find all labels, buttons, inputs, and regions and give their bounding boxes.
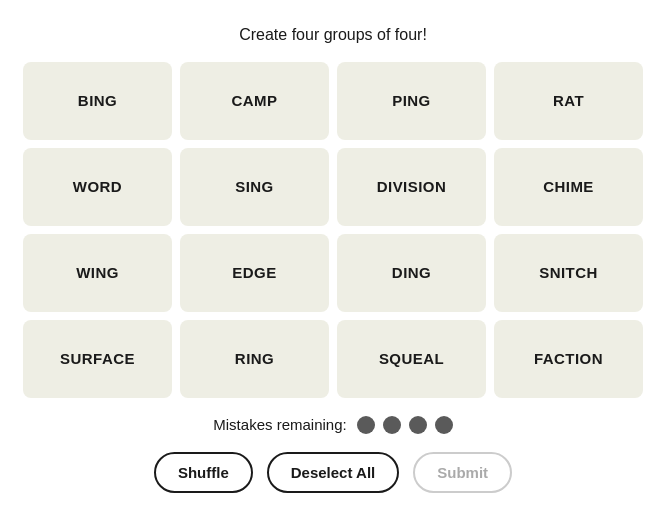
grid-cell-rat[interactable]: RAT: [494, 62, 643, 140]
grid-cell-ping[interactable]: PING: [337, 62, 486, 140]
mistake-dot-2: [383, 416, 401, 434]
grid-cell-sing[interactable]: SING: [180, 148, 329, 226]
grid-cell-faction[interactable]: FACTION: [494, 320, 643, 398]
grid-cell-label-bing: BING: [78, 92, 117, 109]
grid-cell-label-word: WORD: [73, 178, 122, 195]
grid-cell-label-snitch: SNITCH: [539, 264, 598, 281]
grid-cell-camp[interactable]: CAMP: [180, 62, 329, 140]
dots-row: [357, 416, 453, 434]
grid-cell-label-edge: EDGE: [232, 264, 276, 281]
mistake-dot-1: [357, 416, 375, 434]
grid-cell-division[interactable]: DIVISION: [337, 148, 486, 226]
grid-cell-label-rat: RAT: [553, 92, 584, 109]
grid-cell-snitch[interactable]: SNITCH: [494, 234, 643, 312]
grid-cell-surface[interactable]: SURFACE: [23, 320, 172, 398]
grid-cell-label-division: DIVISION: [377, 178, 446, 195]
grid-cell-word[interactable]: WORD: [23, 148, 172, 226]
grid-cell-label-camp: CAMP: [232, 92, 278, 109]
grid-cell-label-wing: WING: [76, 264, 119, 281]
grid-cell-wing[interactable]: WING: [23, 234, 172, 312]
grid-cell-label-ding: DING: [392, 264, 431, 281]
mistake-dot-4: [435, 416, 453, 434]
grid-cell-label-chime: CHIME: [543, 178, 594, 195]
grid-cell-label-squeal: SQUEAL: [379, 350, 444, 367]
shuffle-button[interactable]: Shuffle: [154, 452, 253, 493]
submit-button[interactable]: Submit: [413, 452, 512, 493]
deselect-all-button[interactable]: Deselect All: [267, 452, 400, 493]
grid-cell-label-sing: SING: [235, 178, 273, 195]
instruction-text: Create four groups of four!: [239, 26, 427, 44]
grid-cell-edge[interactable]: EDGE: [180, 234, 329, 312]
mistakes-row: Mistakes remaining:: [213, 416, 452, 434]
grid-cell-ring[interactable]: RING: [180, 320, 329, 398]
word-grid: BINGCAMPPINGRATWORDSINGDIVISIONCHIMEWING…: [23, 62, 643, 398]
grid-cell-label-faction: FACTION: [534, 350, 603, 367]
grid-cell-label-ping: PING: [392, 92, 430, 109]
grid-cell-chime[interactable]: CHIME: [494, 148, 643, 226]
grid-cell-label-surface: SURFACE: [60, 350, 135, 367]
grid-cell-ding[interactable]: DING: [337, 234, 486, 312]
grid-cell-bing[interactable]: BING: [23, 62, 172, 140]
grid-cell-label-ring: RING: [235, 350, 274, 367]
game-container: Create four groups of four! BINGCAMPPING…: [13, 6, 653, 513]
grid-cell-squeal[interactable]: SQUEAL: [337, 320, 486, 398]
buttons-row: Shuffle Deselect All Submit: [154, 452, 512, 493]
mistakes-label: Mistakes remaining:: [213, 416, 346, 433]
mistake-dot-3: [409, 416, 427, 434]
